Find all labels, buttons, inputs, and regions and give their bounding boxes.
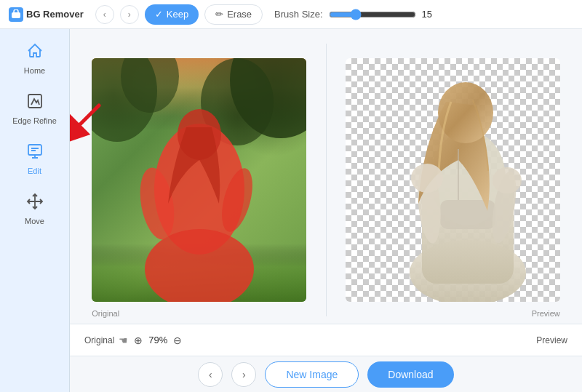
edge-refine-label: Edge Refine xyxy=(12,116,57,125)
edit-label: Edit xyxy=(28,167,41,175)
original-panel: Original xyxy=(84,44,327,316)
svg-point-23 xyxy=(493,167,522,193)
keep-label: Keep xyxy=(167,9,188,20)
red-arrow-indicator xyxy=(70,98,106,152)
undo-button[interactable]: ‹ xyxy=(95,5,114,24)
move-icon xyxy=(26,193,44,215)
svg-rect-0 xyxy=(12,12,20,18)
edit-icon xyxy=(26,143,44,164)
app-logo-icon xyxy=(9,7,23,22)
original-label: Original xyxy=(92,309,119,318)
download-label: Download xyxy=(388,369,433,380)
original-status-label: Original xyxy=(84,335,114,345)
redo-button[interactable]: › xyxy=(120,5,139,24)
svg-point-21 xyxy=(438,82,493,143)
content-area: Original xyxy=(70,29,582,392)
sidebar-item-move[interactable]: Move xyxy=(6,185,64,233)
home-label: Home xyxy=(24,66,45,75)
chevron-right-icon: › xyxy=(242,369,246,380)
footer-action-bar: ‹ › New Image Download xyxy=(70,356,582,392)
toolbar: BG Remover ‹ › ✓ Keep ✏ Erase Brush Size… xyxy=(0,0,582,29)
undo-icon: ‹ xyxy=(103,9,106,20)
preview-image[interactable] xyxy=(346,58,560,302)
download-button[interactable]: Download xyxy=(367,361,453,388)
app-name: BG Remover xyxy=(26,9,84,20)
hand-tool-icon[interactable]: ☚ xyxy=(119,335,128,346)
zoom-percent: 79% xyxy=(148,335,167,345)
main-layout: Home Edge Refine Edit xyxy=(0,29,582,392)
brush-size-value: 15 xyxy=(422,9,439,20)
erase-mode-button[interactable]: ✏ Erase xyxy=(204,4,263,25)
erase-label: Erase xyxy=(227,9,252,20)
new-image-label: New Image xyxy=(286,369,338,380)
erase-pencil-icon: ✏ xyxy=(215,9,223,20)
svg-rect-2 xyxy=(28,145,41,155)
new-image-button[interactable]: New Image xyxy=(265,361,359,388)
edge-refine-icon xyxy=(26,92,44,114)
zoom-out-button[interactable]: ⊖ xyxy=(172,333,183,348)
canvas-area: Original xyxy=(70,29,582,324)
svg-point-10 xyxy=(145,229,254,302)
zoom-in-button[interactable]: ⊕ xyxy=(132,333,144,348)
preview-label: Preview xyxy=(532,309,560,318)
redo-icon: › xyxy=(128,9,131,20)
next-button[interactable]: › xyxy=(231,362,256,387)
home-icon xyxy=(26,42,44,64)
keep-mode-button[interactable]: ✓ Keep xyxy=(145,4,199,25)
prev-button[interactable]: ‹ xyxy=(198,362,223,387)
original-image[interactable] xyxy=(92,58,306,302)
sidebar-item-edge-refine[interactable]: Edge Refine xyxy=(6,85,64,132)
keep-checkmark-icon: ✓ xyxy=(155,9,163,20)
app-logo: BG Remover xyxy=(9,7,84,22)
status-left: Original ☚ ⊕ 79% ⊖ xyxy=(84,333,183,348)
brush-size-slider[interactable] xyxy=(329,9,416,20)
svg-point-22 xyxy=(411,164,443,193)
chevron-left-icon: ‹ xyxy=(209,369,212,380)
preview-panel: Preview xyxy=(338,44,568,316)
move-label: Move xyxy=(25,217,44,225)
status-right: Preview xyxy=(536,335,567,345)
preview-status-label: Preview xyxy=(536,335,567,345)
status-bar: Original ☚ ⊕ 79% ⊖ Preview xyxy=(70,324,582,356)
sidebar: Home Edge Refine Edit xyxy=(0,29,70,392)
sidebar-item-home[interactable]: Home xyxy=(6,35,64,82)
brush-size-label: Brush Size: xyxy=(274,9,322,20)
sidebar-item-edit[interactable]: Edit xyxy=(6,135,64,183)
